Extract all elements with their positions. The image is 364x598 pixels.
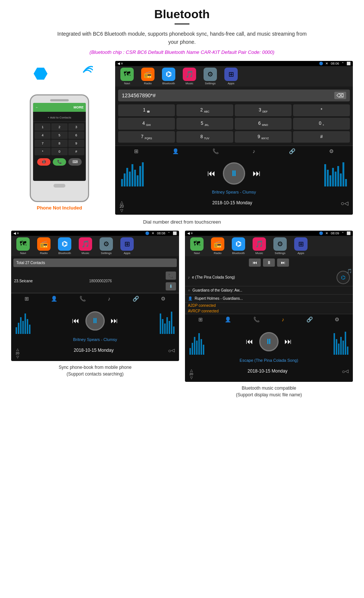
- music-list-controls: ⏮ ⏸ ⏭: [185, 256, 353, 269]
- wifi-waves-icon: [71, 61, 93, 83]
- dialer-btn-1[interactable]: 1 ☎: [118, 104, 175, 116]
- toolbar-link-icon[interactable]: 🔗: [289, 148, 295, 154]
- contacts-caption: Sync phone-book from mobile phone(Suppor…: [11, 364, 179, 377]
- status-bar-contacts: ◀ ≡ 🔵✕ 08:08 ⌃⬜: [11, 231, 179, 236]
- music-player-right: ⏮ ⏸ ⏭ Escape (The Pina Col: [185, 325, 353, 366]
- dialer-btn-6[interactable]: 6 MNO: [235, 118, 292, 129]
- music-screenshot: ◀ ≡ 🔵✕ 08:09 ⌃⬜ 🗺Navi 📻Radio ⌬Bluetooth …: [185, 231, 353, 398]
- contacts-navi-icon[interactable]: 🗺: [16, 237, 30, 251]
- apps-app-icon[interactable]: ⊞: [224, 68, 238, 81]
- caption-main: Dial number direct from touchscreen: [11, 219, 353, 225]
- music-bt-icon[interactable]: ⌬: [232, 237, 245, 251]
- call-contact-btn[interactable]: 📞: [166, 272, 176, 280]
- toolbar-contacts-icon[interactable]: 👤: [172, 148, 179, 154]
- dialer-btn-0plus[interactable]: 0 +: [293, 118, 350, 129]
- status-bar-music: ◀ ≡ 🔵✕ 08:09 ⌃⬜: [185, 231, 353, 236]
- page-title: Bluetooth: [11, 7, 353, 21]
- music-player-contacts: ⏮ ⏸ ⏭ Britney Spears - Clu: [11, 304, 179, 345]
- music-settings-icon[interactable]: ⚙: [273, 237, 287, 251]
- specs-text: (Bluetooth chip : CSR BC6 Default Blueto…: [11, 49, 353, 55]
- music-toolbar-person[interactable]: 👤: [225, 316, 231, 322]
- app-bar-main: 🗺Navi 📻Radio ⌬Bluetooth 🎵Music ⚙Settings…: [115, 66, 353, 87]
- play-btn-contacts[interactable]: ⏸: [85, 311, 105, 331]
- pause-track-btn[interactable]: ⏸: [263, 259, 275, 267]
- dialer-number-display: 1234567890*# ⌫: [118, 90, 350, 101]
- app-bar-music: 🗺Navi 📻Radio ⌬Bluetooth 🎵Music ⚙Settings…: [185, 236, 353, 256]
- music-music-icon[interactable]: 🎵: [253, 237, 266, 251]
- prev-btn-main[interactable]: ⏮: [207, 169, 215, 178]
- music-toolbar-music[interactable]: ♪: [282, 316, 284, 322]
- phone-mockup: ⬣ ← MORE + A: [11, 61, 108, 211]
- music-navi-icon[interactable]: 🗺: [190, 237, 204, 251]
- dialer-btn-hash[interactable]: #: [293, 131, 350, 143]
- contacts-bt-icon[interactable]: ⌬: [58, 237, 71, 251]
- play-btn-main[interactable]: ⏸: [223, 162, 245, 185]
- song-name-contacts: Britney Spears - Clumsy: [13, 336, 177, 343]
- toolbar-main: ⊞ 👤 📞 ♪ 🔗 ⚙: [115, 146, 353, 156]
- date-display-contacts: 2018-10-15 Monday: [19, 348, 168, 359]
- dialer: 1234567890*# ⌫ 1 ☎ 2 ABC 3 DEF * 4 GHI 5…: [115, 87, 353, 146]
- music-radio-icon[interactable]: 📻: [211, 237, 224, 251]
- music-list-item-1[interactable]: ♪ e (The Pina Colada Song) ⌬ 🎵: [185, 269, 353, 286]
- music-app-icon[interactable]: 🎵: [183, 68, 196, 81]
- prev-btn-contacts[interactable]: ⏮: [72, 316, 79, 325]
- dialer-btn-2[interactable]: 2 ABC: [176, 104, 233, 116]
- music-caption: Bluetooth music compatible(Support displ…: [185, 385, 353, 398]
- date-display-main: 2018-10-15 Monday: [124, 200, 341, 212]
- dialer-btn-star[interactable]: *: [293, 104, 350, 116]
- contacts-toolbar-music[interactable]: ♪: [108, 296, 110, 302]
- radio-app-icon[interactable]: 📻: [141, 68, 155, 81]
- bluetooth-app-icon[interactable]: ⌬: [162, 68, 175, 81]
- contacts-toolbar-link[interactable]: 🔗: [133, 296, 139, 302]
- next-btn-main[interactable]: ⏭: [253, 169, 261, 178]
- phone-body: ← MORE + Add to Contacts 1 2 3 4 5 6: [30, 94, 89, 202]
- music-toolbar-link[interactable]: 🔗: [306, 316, 313, 322]
- music-list-item-3[interactable]: 👤 Rupert Holmes - Guardians...: [185, 295, 353, 303]
- toolbar-music: ⊞ 👤 📞 ♪ 🔗 ⚙: [185, 314, 353, 325]
- play-btn-music[interactable]: ⏸: [259, 332, 279, 351]
- song-name-main: Britney Spears - Clumsy: [117, 188, 351, 196]
- toolbar-keypad-icon[interactable]: ⊞: [134, 148, 139, 154]
- next-btn-music[interactable]: ⏭: [285, 337, 292, 346]
- bottom-bar-main: △ 20 ▽ 2018-10-15 Monday ○ ◁: [115, 198, 353, 215]
- dialer-grid: 1 ☎ 2 ABC 3 DEF * 4 GHI 5 JKL 6 MNO 0 + …: [118, 104, 350, 143]
- prev-btn-music[interactable]: ⏮: [246, 337, 253, 346]
- settings-app-icon[interactable]: ⚙: [204, 68, 217, 81]
- toolbar-contacts: ⊞ 👤 📞 ♪ 🔗 ⚙: [11, 293, 179, 304]
- toolbar-phone-icon[interactable]: 📞: [212, 148, 219, 154]
- music-toolbar-keypad[interactable]: ⊞: [198, 316, 203, 322]
- music-toolbar-settings[interactable]: ⚙: [335, 316, 339, 322]
- contacts-apps-icon[interactable]: ⊞: [120, 237, 134, 251]
- status-bar-main: ◀ ≡ 🔵 ✕ 08:06 ⌃ ⬜: [115, 61, 353, 66]
- description-text: Integrated with BC6 Bluetooth module, su…: [52, 30, 312, 46]
- bluetooth-icon: ⬣: [33, 65, 47, 83]
- next-btn-contacts[interactable]: ⏭: [111, 316, 118, 325]
- dialer-btn-9[interactable]: 9 WXYZ: [235, 131, 292, 143]
- contacts-music-icon[interactable]: 🎵: [79, 237, 92, 251]
- music-list-item-2[interactable]: ○ Guardians of the Galaxy: Aw...: [185, 286, 353, 295]
- dialer-btn-3[interactable]: 3 DEF: [235, 104, 292, 116]
- prev-track-btn[interactable]: ⏮: [249, 259, 261, 267]
- dialer-btn-4[interactable]: 4 GHI: [118, 118, 175, 129]
- contacts-radio-icon[interactable]: 📻: [37, 237, 51, 251]
- navi-app-icon[interactable]: 🗺: [120, 68, 134, 81]
- toolbar-music-icon[interactable]: ♪: [253, 148, 255, 154]
- contacts-toolbar-keypad[interactable]: ⊞: [25, 296, 29, 302]
- toolbar-settings-icon[interactable]: ⚙: [329, 148, 334, 154]
- dialer-btn-7[interactable]: 7 PQRS: [118, 131, 175, 143]
- contact-row: 23.Seicane 18000002076 📞 ⬇: [11, 269, 179, 293]
- contacts-toolbar-phone[interactable]: 📞: [79, 296, 86, 302]
- contacts-settings-icon[interactable]: ⚙: [100, 237, 113, 251]
- dialer-btn-8[interactable]: 8 TUV: [176, 131, 233, 143]
- music-car-screen: ◀ ≡ 🔵✕ 08:09 ⌃⬜ 🗺Navi 📻Radio ⌬Bluetooth …: [185, 231, 353, 382]
- car-screen-main: ◀ ≡ 🔵 ✕ 08:06 ⌃ ⬜ 🗺Navi 📻Radio ⌬Bluetoot…: [115, 61, 353, 215]
- contacts-total-bar: Total 27 Contacts: [13, 259, 177, 267]
- song-name-music: Escape (The Pina Colada Song): [187, 357, 351, 364]
- contacts-toolbar-person[interactable]: 👤: [51, 296, 57, 302]
- dialer-btn-5[interactable]: 5 JKL: [176, 118, 233, 129]
- contacts-toolbar-settings[interactable]: ⚙: [161, 296, 166, 302]
- music-toolbar-phone[interactable]: 📞: [253, 316, 260, 322]
- music-apps-icon[interactable]: ⊞: [294, 237, 308, 251]
- next-track-btn[interactable]: ⏭: [277, 259, 289, 267]
- download-contact-btn[interactable]: ⬇: [166, 282, 176, 290]
